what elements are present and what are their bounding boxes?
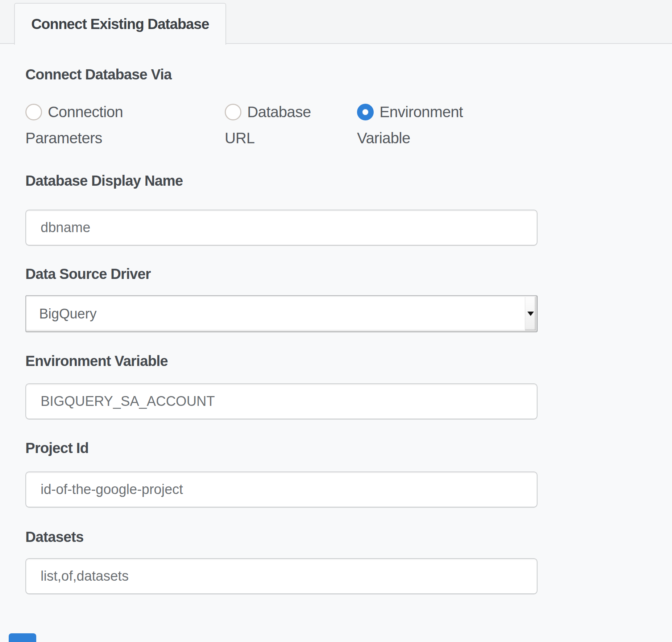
environment-variable-input[interactable] [25,383,538,419]
tab-connect-existing-database[interactable]: Connect Existing Database [14,3,226,45]
environment-variable-label: Environment Variable [25,352,672,370]
project-id-input[interactable] [25,472,538,507]
connect-via-radio-group: Connection Parameters Database URL Envir… [25,99,672,151]
datasets-input[interactable] [25,558,538,594]
radio-option-database-url[interactable]: Database URL [225,99,341,151]
tab-bar: Connect Existing Database [0,0,672,44]
selected-driver-value: BigQuery [39,306,96,322]
dropdown-arrow-icon [527,312,534,316]
data-source-driver-select[interactable]: BigQuery [25,295,538,332]
select-arrow-strip [525,297,536,330]
primary-action-button-partial[interactable] [9,633,36,642]
project-id-label: Project Id [25,439,672,457]
radio-option-environment-variable[interactable]: Environment Variable [357,99,509,151]
radio-unchecked-icon [25,104,42,120]
connect-via-label: Connect Database Via [25,66,672,83]
database-display-name-label: Database Display Name [25,172,672,189]
radio-unchecked-icon [225,104,241,120]
radio-option-connection-parameters[interactable]: Connection Parameters [25,99,192,151]
tab-title: Connect Existing Database [31,16,209,32]
radio-checked-icon [357,104,374,120]
connect-database-form: Connect Database Via Connection Paramete… [0,66,672,594]
database-display-name-input[interactable] [25,210,538,246]
data-source-driver-label: Data Source Driver [25,265,672,283]
datasets-label: Datasets [25,528,672,546]
